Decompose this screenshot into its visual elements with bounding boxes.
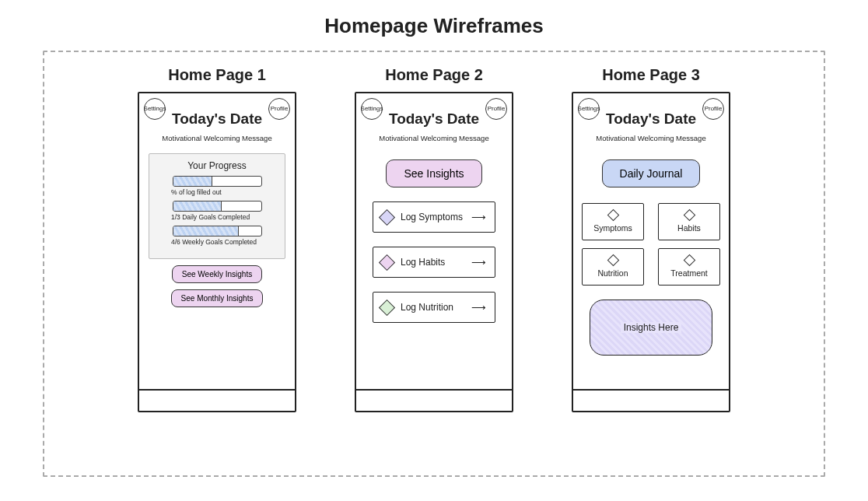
progress-label-2: 1/3 Daily Goals Completed [171,213,275,221]
daily-journal-button[interactable]: Daily Journal [602,159,701,187]
tile-label: Symptoms [593,223,632,233]
arrow-right-icon: ⟶ [471,302,485,314]
settings-button[interactable]: Settings [361,98,383,120]
progress-bar-2 [173,201,262,212]
column-title-2: Home Page 2 [385,66,483,84]
progress-label-3: 4/6 Weekly Goals Completed [171,238,275,246]
profile-button[interactable]: Profile [268,98,290,120]
column-home2: Home Page 2 Settings Profile Today's Dat… [355,66,513,475]
tile-treatment[interactable]: Treatment [658,248,720,286]
log-label: Log Nutrition [401,302,453,313]
tile-grid: Symptoms Habits Nutrition Treatment [573,203,729,286]
wireframe-container: Home Page 1 Settings Profile Today's Dat… [43,51,825,477]
monthly-insights-button[interactable]: See Monthly Insights [171,289,264,307]
tile-label: Nutrition [597,268,628,278]
bottom-nav-placeholder [356,389,512,411]
diamond-icon [379,299,395,315]
column-home3: Home Page 3 Settings Profile Today's Dat… [572,66,730,475]
tile-label: Treatment [670,268,707,278]
tile-symptoms[interactable]: Symptoms [582,203,644,240]
profile-button[interactable]: Profile [702,98,724,120]
log-label: Log Habits [401,257,445,268]
column-title-3: Home Page 3 [602,66,700,84]
log-label: Log Symptoms [401,212,463,222]
settings-button[interactable]: Settings [578,98,600,120]
arrow-right-icon: ⟶ [471,257,485,268]
profile-button[interactable]: Profile [485,98,507,120]
diamond-icon [379,208,395,225]
diamond-icon [607,254,619,267]
tile-habits[interactable]: Habits [658,203,720,240]
progress-bar-1 [173,176,262,187]
welcome-message: Motivational Welcoming Message [573,134,729,142]
column-title-1: Home Page 1 [168,66,266,84]
see-insights-button[interactable]: See Insights [386,159,481,187]
insights-label: Insights Here [621,322,682,333]
diamond-icon [607,209,619,222]
log-symptoms-row[interactable]: Log Symptoms ⟶ [373,201,495,233]
page-title: Homepage Wireframes [0,0,868,44]
log-nutrition-row[interactable]: Log Nutrition ⟶ [373,292,495,323]
phone-frame-1: Settings Profile Today's Date Motivation… [138,92,296,412]
progress-card: Your Progress % of log filled out 1/3 Da… [149,153,285,259]
diamond-icon [683,209,695,222]
phone-frame-2: Settings Profile Today's Date Motivation… [355,92,513,412]
welcome-message: Motivational Welcoming Message [356,134,512,142]
diamond-icon [379,254,395,270]
settings-button[interactable]: Settings [144,98,166,120]
phone-frame-3: Settings Profile Today's Date Motivation… [572,92,730,412]
weekly-insights-button[interactable]: See Weekly Insights [172,265,262,283]
progress-bar-3 [173,226,262,236]
arrow-right-icon: ⟶ [471,212,485,223]
column-home1: Home Page 1 Settings Profile Today's Dat… [138,66,296,475]
tile-nutrition[interactable]: Nutrition [582,248,644,286]
insights-panel[interactable]: Insights Here [590,300,712,356]
welcome-message: Motivational Welcoming Message [139,134,295,142]
progress-label-1: % of log filled out [171,188,275,196]
progress-title: Your Progress [159,160,275,171]
tile-label: Habits [677,223,701,233]
bottom-nav-placeholder [573,389,729,411]
bottom-nav-placeholder [139,389,295,411]
diamond-icon [683,254,695,267]
log-habits-row[interactable]: Log Habits ⟶ [373,247,495,278]
